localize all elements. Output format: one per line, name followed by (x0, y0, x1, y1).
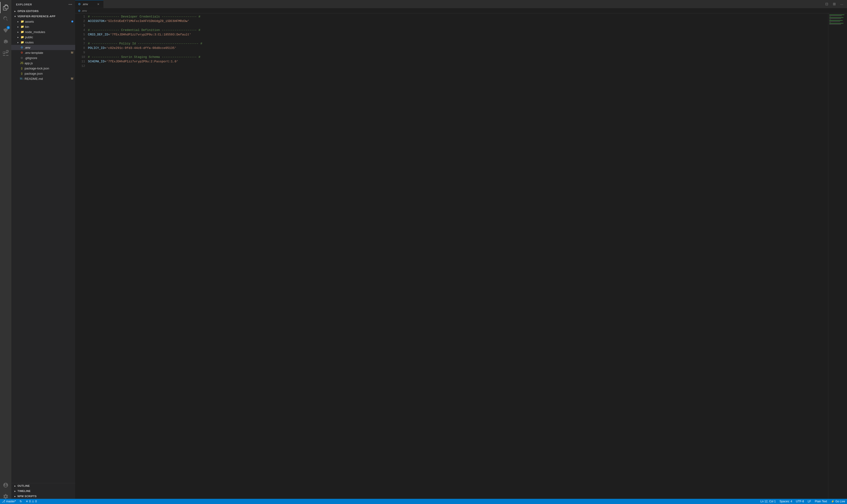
file-label: node_modules (25, 30, 75, 34)
file-label: assets (25, 20, 71, 23)
activity-extensions[interactable] (0, 47, 11, 58)
section-open-editors[interactable]: OPEN EDITORS (11, 8, 75, 14)
status-branch[interactable]: ⎇ master* (0, 499, 18, 504)
status-errors[interactable]: ✕ 0 ⚠ 0 (24, 499, 38, 504)
breadcrumb-path: .env (82, 9, 87, 13)
file-env-template[interactable]: ⚙ .env-template M (11, 50, 75, 55)
spaces-label: Spaces: 4 (779, 500, 792, 503)
live-icon: ⚡ (831, 500, 834, 503)
status-encoding[interactable]: UTF-8 (794, 499, 806, 504)
folder-icon: 📁 (20, 40, 24, 44)
folder-icon: 📁 (20, 20, 24, 23)
code-editor[interactable]: # --------------- Developer Credentials … (87, 14, 844, 499)
json-icon: {} (20, 66, 24, 70)
git-branch-icon: ⎇ (2, 500, 5, 503)
status-language[interactable]: Plain Text (813, 499, 829, 504)
sidebar-header-icons: ··· (69, 2, 72, 6)
sidebar-header: EXPLORER ··· (11, 0, 75, 8)
file-env[interactable]: ⚙ .env (11, 45, 75, 50)
live-label: Go Live (835, 500, 845, 503)
section-project[interactable]: VERIFIER-REFERENCE-APP (11, 14, 75, 19)
file-assets[interactable]: 📁 assets (11, 19, 75, 24)
activity-explorer[interactable] (0, 2, 11, 13)
file-label: package.json (24, 72, 75, 75)
activity-debug[interactable] (0, 36, 11, 47)
outline-label: OUTLINE (17, 484, 30, 487)
file-label: .gitignore (24, 56, 75, 60)
bin-chevron (16, 25, 20, 29)
file-bin[interactable]: 📁 bin (11, 24, 75, 29)
status-eol[interactable]: LF (806, 499, 813, 504)
more-icon[interactable]: ··· (69, 2, 72, 6)
npm-chevron (13, 494, 17, 498)
routes-chevron (16, 40, 20, 44)
folder-icon: 📁 (20, 25, 24, 29)
file-package-json[interactable]: {} package.json (11, 71, 75, 76)
warning-count: 0 (35, 500, 37, 503)
file-readme[interactable]: M↓ README.md M (11, 76, 75, 81)
sidebar-title: EXPLORER (16, 3, 32, 6)
modified-badge: M (71, 51, 73, 54)
file-label: app.js (24, 61, 75, 65)
node-modules-chevron (16, 30, 20, 34)
env-file-icon: ⚙ (20, 46, 24, 49)
activity-search[interactable] (0, 13, 11, 24)
file-routes[interactable]: 📁 routes (11, 40, 75, 45)
timeline-chevron (13, 489, 17, 493)
tab-env[interactable]: ⚙ .env ✕ (75, 0, 104, 8)
layout-button[interactable]: ⊞ (831, 1, 837, 7)
file-gitignore[interactable]: ⊙ .gitignore (11, 55, 75, 60)
sidebar-bottom: OUTLINE TIMELINE NPM SCRIPTS (11, 483, 75, 499)
git-badge: 5 (6, 26, 10, 29)
gitignore-icon: ⊙ (20, 56, 24, 60)
md-icon: M↓ (20, 77, 24, 80)
folder-icon: 📁 (20, 35, 24, 39)
file-label: .env-template (24, 51, 71, 55)
section-outline[interactable]: OUTLINE (11, 483, 75, 488)
language-label: Plain Text (815, 500, 827, 503)
file-label: README.md (24, 77, 71, 80)
file-label: package-lock.json (24, 67, 75, 70)
tab-file-icon: ⚙ (78, 2, 81, 6)
status-spaces[interactable]: Spaces: 4 (777, 499, 794, 504)
status-live[interactable]: ⚡ Go Live (829, 499, 847, 504)
encoding-label: UTF-8 (796, 500, 804, 503)
tab-bar-actions: ⊡ ⊞ ··· (823, 0, 847, 8)
breadcrumb-icon: ⚙ (78, 9, 81, 13)
status-branch-label: master* (6, 500, 16, 503)
project-chevron (13, 14, 17, 18)
open-editors-label: OPEN EDITORS (17, 10, 39, 13)
minimap-content (828, 14, 847, 26)
more-actions-button[interactable]: ··· (839, 1, 845, 7)
section-timeline[interactable]: TIMELINE (11, 488, 75, 493)
project-label: VERIFIER-REFERENCE-APP (17, 15, 55, 18)
npm-label: NPM SCRIPTS (17, 495, 37, 498)
line-numbers: 1 2 3 4 5 6 7 8 9 10 11 12 (75, 14, 87, 499)
status-sync[interactable]: ↻ (18, 499, 24, 504)
tab-close-button[interactable]: ✕ (96, 2, 101, 6)
split-editor-button[interactable]: ⊡ (823, 1, 830, 7)
file-appjs[interactable]: JS app.js (11, 60, 75, 66)
editor-content[interactable]: 1 2 3 4 5 6 7 8 9 10 11 12 # -----------… (75, 14, 844, 499)
activity-git[interactable]: 5 (0, 24, 11, 36)
error-icon: ✕ (26, 500, 28, 503)
file-label: public (25, 35, 75, 39)
outline-chevron (13, 484, 17, 488)
status-left: ⎇ master* ↻ ✕ 0 ⚠ 0 (0, 499, 39, 504)
minimap (828, 14, 847, 499)
status-right: Ln 12, Col 1 Spaces: 4 UTF-8 LF Plain Te… (759, 499, 847, 504)
env-template-icon: ⚙ (20, 51, 24, 55)
file-public[interactable]: 📁 public (11, 35, 75, 40)
public-chevron (16, 35, 20, 39)
status-position[interactable]: Ln 12, Col 1 (759, 499, 778, 504)
tab-bar: ⚙ .env ✕ ⊡ ⊞ ··· (75, 0, 847, 8)
json-icon: {} (20, 72, 24, 75)
activity-account[interactable] (0, 480, 11, 491)
timeline-label: TIMELINE (17, 490, 31, 492)
unsaved-dot (71, 21, 73, 22)
file-package-lock[interactable]: {} package-lock.json (11, 66, 75, 71)
assets-chevron (16, 20, 20, 23)
activity-bar: 5 (0, 0, 11, 504)
file-node_modules[interactable]: 📁 node_modules (11, 29, 75, 35)
section-npm-scripts[interactable]: NPM SCRIPTS (11, 493, 75, 499)
